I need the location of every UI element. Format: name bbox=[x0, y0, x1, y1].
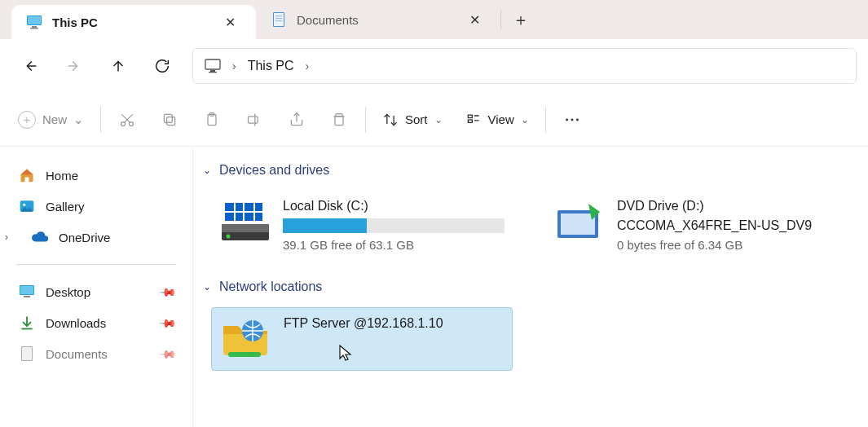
drive-subtitle: CCCOMA_X64FRE_EN-US_DV9 bbox=[617, 218, 839, 233]
chevron-down-icon: ⌄ bbox=[203, 165, 211, 176]
chevron-down-icon: ⌄ bbox=[203, 281, 211, 293]
group-title: Devices and drives bbox=[219, 163, 329, 178]
sidebar-item-label: OneDrive bbox=[59, 231, 110, 244]
ftp-folder-icon bbox=[220, 316, 272, 362]
group-header-devices[interactable]: ⌄ Devices and drives bbox=[196, 158, 865, 183]
sidebar-item-home[interactable]: Home bbox=[10, 160, 183, 191]
copy-icon[interactable] bbox=[160, 110, 179, 130]
svg-rect-20 bbox=[468, 115, 472, 117]
nav-bar: › This PC › bbox=[0, 39, 868, 93]
sidebar-item-label: Gallery bbox=[46, 200, 85, 214]
drive-usage-bar bbox=[283, 218, 504, 233]
svg-rect-1 bbox=[28, 16, 41, 24]
delete-icon[interactable] bbox=[329, 110, 349, 130]
refresh-button[interactable] bbox=[143, 47, 181, 85]
sidebar: Home Gallery › OneDrive Desktop 📌 Downlo… bbox=[0, 147, 193, 427]
svg-rect-41 bbox=[561, 214, 595, 235]
sidebar-item-onedrive[interactable]: › OneDrive bbox=[10, 222, 183, 253]
sidebar-item-label: Downloads bbox=[46, 316, 106, 330]
view-button[interactable]: View ⌄ bbox=[465, 112, 529, 128]
sidebar-item-desktop[interactable]: Desktop 📌 bbox=[10, 276, 183, 307]
sidebar-item-gallery[interactable]: Gallery bbox=[10, 191, 183, 222]
document-icon bbox=[271, 11, 287, 28]
svg-point-13 bbox=[130, 121, 134, 125]
svg-rect-36 bbox=[225, 211, 262, 213]
svg-rect-28 bbox=[20, 286, 33, 294]
drive-title: FTP Server @192.168.1.10 bbox=[284, 316, 504, 331]
address-bar[interactable]: › This PC › bbox=[192, 48, 857, 84]
paste-icon[interactable] bbox=[202, 110, 222, 130]
svg-rect-15 bbox=[164, 114, 172, 122]
pin-icon[interactable]: 📌 bbox=[158, 282, 177, 301]
view-label: View bbox=[488, 112, 514, 126]
svg-point-12 bbox=[121, 121, 126, 125]
sidebar-item-label: Desktop bbox=[46, 285, 90, 299]
sidebar-item-downloads[interactable]: Downloads 📌 bbox=[10, 307, 183, 338]
content-pane: ⌄ Devices and drives bbox=[193, 147, 868, 427]
drive-usage-fill bbox=[283, 218, 367, 233]
pin-icon[interactable]: 📌 bbox=[158, 313, 177, 332]
tab-this-pc[interactable]: This PC ✕ bbox=[11, 5, 256, 39]
svg-rect-3 bbox=[30, 28, 38, 29]
svg-rect-21 bbox=[468, 120, 472, 122]
svg-rect-14 bbox=[167, 117, 175, 125]
close-icon[interactable]: ✕ bbox=[463, 8, 486, 31]
svg-rect-10 bbox=[210, 70, 215, 72]
downloads-icon bbox=[18, 314, 36, 332]
main-area: Home Gallery › OneDrive Desktop 📌 Downlo… bbox=[0, 147, 868, 427]
sort-label: Sort bbox=[405, 112, 428, 126]
svg-rect-38 bbox=[222, 224, 269, 232]
rename-icon[interactable] bbox=[245, 110, 264, 130]
sidebar-item-documents[interactable]: Documents 📌 bbox=[10, 338, 183, 369]
sort-button[interactable]: Sort ⌄ bbox=[382, 112, 443, 128]
back-button[interactable] bbox=[11, 47, 49, 85]
monitor-icon bbox=[205, 59, 221, 73]
cursor-icon bbox=[338, 344, 353, 362]
home-icon bbox=[18, 166, 36, 184]
drive-free-text: 0 bytes free of 6.34 GB bbox=[617, 238, 839, 252]
svg-point-23 bbox=[571, 118, 573, 121]
sidebar-item-label: Documents bbox=[46, 347, 108, 361]
svg-point-26 bbox=[23, 204, 25, 206]
svg-rect-2 bbox=[32, 26, 37, 28]
svg-rect-6 bbox=[275, 15, 282, 16]
svg-point-24 bbox=[576, 118, 579, 121]
drive-title: DVD Drive (D:) bbox=[617, 199, 839, 214]
forward-button[interactable] bbox=[55, 47, 93, 85]
gallery-icon bbox=[18, 197, 36, 215]
drive-local-disk[interactable]: Local Disk (C:) 39.1 GB free of 63.1 GB bbox=[211, 191, 513, 260]
chevron-right-icon[interactable]: › bbox=[5, 231, 8, 243]
pin-icon[interactable]: 📌 bbox=[158, 344, 177, 363]
group-title: Network locations bbox=[219, 280, 322, 294]
group-header-network[interactable]: ⌄ Network locations bbox=[196, 275, 865, 299]
onedrive-icon bbox=[31, 228, 49, 246]
drive-ftp-server[interactable]: FTP Server @192.168.1.10 bbox=[211, 307, 513, 371]
svg-point-39 bbox=[227, 235, 231, 239]
svg-rect-31 bbox=[22, 347, 32, 360]
svg-rect-19 bbox=[335, 116, 343, 125]
svg-rect-9 bbox=[205, 59, 220, 69]
divider bbox=[16, 264, 176, 265]
up-button[interactable] bbox=[99, 47, 137, 85]
chevron-down-icon: ⌄ bbox=[521, 114, 529, 125]
tab-title: Documents bbox=[297, 13, 453, 27]
close-icon[interactable]: ✕ bbox=[218, 11, 241, 33]
chevron-right-icon[interactable]: › bbox=[306, 59, 310, 73]
drive-title: Local Disk (C:) bbox=[283, 199, 504, 214]
more-button[interactable] bbox=[562, 110, 582, 130]
breadcrumb-segment[interactable]: This PC bbox=[248, 59, 294, 73]
toolbar: + New ⌄ Sort ⌄ View ⌄ bbox=[0, 93, 868, 147]
svg-rect-43 bbox=[228, 352, 261, 357]
tab-documents[interactable]: Documents ✕ bbox=[256, 0, 500, 39]
new-tab-button[interactable]: ＋ bbox=[501, 0, 540, 39]
cut-icon[interactable] bbox=[117, 110, 137, 130]
chevron-right-icon[interactable]: › bbox=[232, 59, 236, 73]
hard-drive-icon bbox=[219, 199, 271, 244]
desktop-icon bbox=[18, 283, 36, 301]
share-icon[interactable] bbox=[287, 110, 306, 130]
drive-dvd[interactable]: DVD Drive (D:) CCCOMA_X64FRE_EN-US_DV9 0… bbox=[545, 191, 847, 260]
new-button[interactable]: + New ⌄ bbox=[18, 111, 84, 129]
svg-point-22 bbox=[566, 118, 568, 121]
dvd-drive-icon bbox=[553, 199, 606, 244]
svg-rect-29 bbox=[24, 296, 30, 297]
